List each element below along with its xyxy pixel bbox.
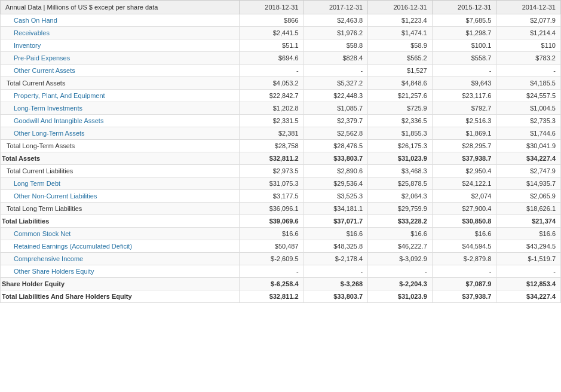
row-value: $1,085.7: [304, 102, 368, 115]
row-value: $16.6: [432, 228, 496, 240]
row-value: $48,325.8: [304, 240, 368, 253]
row-value: $21,374: [496, 215, 561, 228]
row-label: Inventory: [1, 39, 240, 52]
row-value: $16.6: [368, 228, 433, 240]
row-value: $1,474.1: [368, 27, 433, 39]
row-value: $7,685.5: [432, 14, 496, 27]
row-value: $37,071.7: [304, 215, 368, 228]
row-value: $31,023.9: [368, 290, 433, 303]
row-label: Total Current Assets: [1, 77, 240, 90]
row-value: $2,065.9: [496, 190, 561, 203]
row-value: -: [304, 65, 368, 77]
row-value: $7,087.9: [432, 278, 496, 290]
row-value: $30,041.9: [496, 140, 561, 152]
row-value: $29,536.4: [304, 177, 368, 190]
row-value: $1,214.4: [496, 27, 561, 39]
row-value: $-2,204.3: [368, 278, 433, 290]
row-value: $2,379.7: [304, 115, 368, 127]
row-value: $23,117.6: [432, 90, 496, 102]
row-value: -: [496, 65, 561, 77]
row-value: -: [304, 265, 368, 278]
row-value: $2,441.5: [239, 27, 304, 39]
row-label: Goodwill And Intangible Assets: [1, 115, 240, 127]
header-col1: 2018-12-31: [239, 1, 304, 14]
row-value: $21,257.6: [368, 90, 433, 102]
row-value: -: [368, 265, 433, 278]
row-value: -: [239, 265, 304, 278]
row-value: $22,842.7: [239, 90, 304, 102]
row-label: Share Holder Equity: [1, 278, 240, 290]
row-label: Long Term Debt: [1, 177, 240, 190]
row-value: $34,181.1: [304, 203, 368, 215]
row-value: $16.6: [304, 228, 368, 240]
row-value: $725.9: [368, 102, 433, 115]
row-value: $50,487: [239, 240, 304, 253]
row-value: $34,227.4: [496, 152, 561, 165]
header-col5: 2014-12-31: [496, 1, 561, 14]
row-value: $-2,178.4: [304, 253, 368, 265]
row-value: $2,973.5: [239, 165, 304, 177]
row-value: $2,463.8: [304, 14, 368, 27]
row-value: $1,223.4: [368, 14, 433, 27]
financial-table: Annual Data | Millions of US $ except pe…: [0, 0, 561, 303]
row-value: $44,594.5: [432, 240, 496, 253]
row-value: -: [496, 265, 561, 278]
row-value: $2,562.8: [304, 127, 368, 140]
row-value: $100.1: [432, 39, 496, 52]
header-col2: 2017-12-31: [304, 1, 368, 14]
row-value: $1,202.8: [239, 102, 304, 115]
row-label: Total Liabilities: [1, 215, 240, 228]
row-value: $2,747.9: [496, 165, 561, 177]
row-value: $1,976.2: [304, 27, 368, 39]
row-value: $12,853.4: [496, 278, 561, 290]
row-value: $2,950.4: [432, 165, 496, 177]
row-label: Total Long Term Liabilities: [1, 203, 240, 215]
row-value: $1,298.7: [432, 27, 496, 39]
row-label: Comprehensive Income: [1, 253, 240, 265]
row-value: $558.7: [432, 52, 496, 65]
row-value: $4,053.2: [239, 77, 304, 90]
row-value: $-2,609.5: [239, 253, 304, 265]
row-label: Other Share Holders Equity: [1, 265, 240, 278]
row-value: $26,175.3: [368, 140, 433, 152]
row-value: $31,023.9: [368, 152, 433, 165]
row-value: $2,381: [239, 127, 304, 140]
row-value: $31,075.3: [239, 177, 304, 190]
row-value: $4,185.5: [496, 77, 561, 90]
row-label: Other Current Assets: [1, 65, 240, 77]
row-value: $-1,519.7: [496, 253, 561, 265]
row-value: $34,227.4: [496, 290, 561, 303]
row-label: Retained Earnings (Accumulated Deficit): [1, 240, 240, 253]
row-value: $1,869.1: [432, 127, 496, 140]
row-value: $792.7: [432, 102, 496, 115]
row-value: $1,855.3: [368, 127, 433, 140]
row-label: Total Current Liabilities: [1, 165, 240, 177]
row-value: $24,557.5: [496, 90, 561, 102]
row-value: $1,527: [368, 65, 433, 77]
row-value: $30,850.8: [432, 215, 496, 228]
row-value: $3,177.5: [239, 190, 304, 203]
row-value: $22,448.3: [304, 90, 368, 102]
row-value: $27,900.4: [432, 203, 496, 215]
row-value: $5,327.2: [304, 77, 368, 90]
row-value: $18,626.1: [496, 203, 561, 215]
row-value: $4,848.6: [368, 77, 433, 90]
row-value: $37,938.7: [432, 152, 496, 165]
row-value: $16.6: [496, 228, 561, 240]
row-value: $36,096.1: [239, 203, 304, 215]
row-value: $110: [496, 39, 561, 52]
row-value: -: [432, 65, 496, 77]
row-value: $33,228.2: [368, 215, 433, 228]
row-label: Receivables: [1, 27, 240, 39]
row-value: $2,890.6: [304, 165, 368, 177]
row-value: $25,878.5: [368, 177, 433, 190]
row-value: $866: [239, 14, 304, 27]
row-value: -: [432, 265, 496, 278]
row-value: $828.4: [304, 52, 368, 65]
row-value: $29,759.9: [368, 203, 433, 215]
header-label: Annual Data | Millions of US $ except pe…: [1, 1, 240, 14]
row-value: $2,074: [432, 190, 496, 203]
row-value: $58.8: [304, 39, 368, 52]
header-col3: 2016-12-31: [368, 1, 433, 14]
row-label: Pre-Paid Expenses: [1, 52, 240, 65]
